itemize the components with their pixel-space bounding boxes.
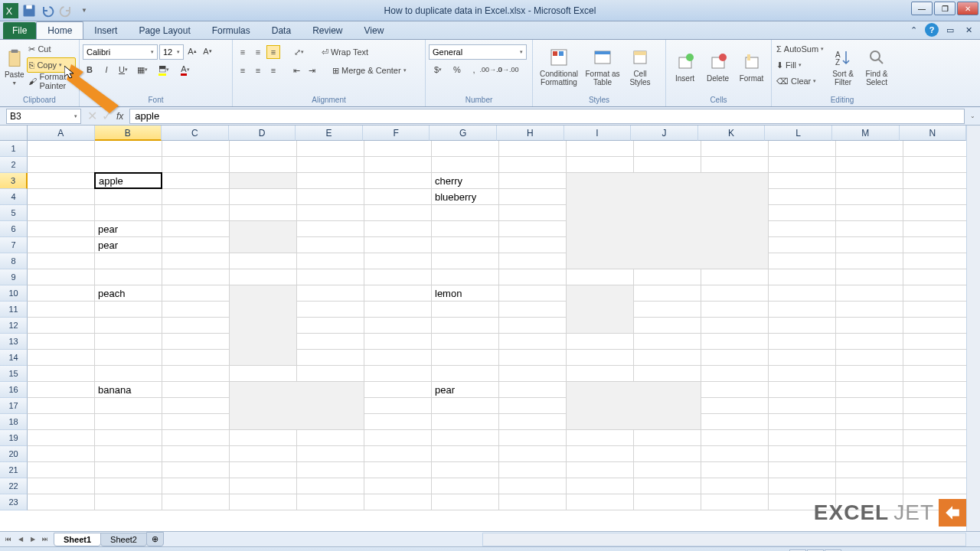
number-format-dropdown[interactable]: General▾ <box>429 44 527 60</box>
cell[interactable] <box>499 446 567 462</box>
increase-indent-button[interactable]: ⇥ <box>305 64 318 77</box>
cell[interactable] <box>95 478 162 494</box>
cell[interactable] <box>364 189 432 205</box>
cell[interactable] <box>903 173 971 189</box>
cell[interactable] <box>634 318 701 334</box>
column-header-D[interactable]: D <box>229 126 296 141</box>
cell[interactable] <box>364 462 432 478</box>
cell[interactable] <box>836 398 903 414</box>
cell[interactable] <box>95 205 162 221</box>
column-header-M[interactable]: M <box>832 126 900 141</box>
cell[interactable] <box>162 141 230 157</box>
cell[interactable] <box>567 430 634 446</box>
cell[interactable] <box>769 221 836 237</box>
cell[interactable] <box>634 446 701 462</box>
cell[interactable] <box>230 430 297 446</box>
cell[interactable] <box>162 414 230 430</box>
sheet-nav-prev[interactable]: ◀ <box>15 534 26 545</box>
cell[interactable] <box>28 269 95 285</box>
cell[interactable] <box>769 430 836 446</box>
cell[interactable] <box>364 173 432 189</box>
align-middle-button[interactable]: ≡ <box>251 45 265 59</box>
cell[interactable] <box>28 141 95 157</box>
column-header-E[interactable]: E <box>296 126 363 141</box>
bold-button[interactable]: B <box>83 63 96 77</box>
cell[interactable] <box>769 382 836 398</box>
cell[interactable] <box>499 350 567 366</box>
cell[interactable] <box>162 157 230 173</box>
undo-icon[interactable] <box>40 3 55 18</box>
cell[interactable] <box>162 398 230 414</box>
horizontal-scrollbar[interactable] <box>482 533 966 546</box>
cell[interactable] <box>903 462 971 478</box>
cell[interactable] <box>769 205 836 221</box>
cell[interactable] <box>28 494 95 510</box>
cell-G3[interactable]: cherry <box>432 173 499 189</box>
cell[interactable] <box>95 189 162 205</box>
format-cells-button[interactable]: Format <box>735 41 768 92</box>
cell[interactable] <box>769 189 836 205</box>
cell[interactable] <box>28 205 95 221</box>
cell[interactable] <box>95 430 162 446</box>
cell[interactable] <box>230 189 297 205</box>
cell[interactable] <box>162 285 230 302</box>
cell[interactable] <box>95 414 162 430</box>
cell[interactable] <box>903 366 971 382</box>
cell[interactable] <box>432 205 499 221</box>
row-header-11[interactable]: 11 <box>0 302 28 318</box>
row-header-15[interactable]: 15 <box>0 366 28 382</box>
cell[interactable] <box>162 221 230 237</box>
minimize-button[interactable]: — <box>911 2 933 15</box>
shaded-range[interactable] <box>567 173 769 269</box>
cell[interactable] <box>364 382 432 398</box>
cell[interactable] <box>836 478 903 494</box>
cell[interactable] <box>836 189 903 205</box>
cell[interactable] <box>769 173 836 189</box>
cell[interactable] <box>364 494 432 510</box>
row-header-18[interactable]: 18 <box>0 414 28 430</box>
cell-G4[interactable]: blueberry <box>432 189 499 205</box>
spreadsheet-grid[interactable]: ABCDEFGHIJKLMN 1234567891011121314151617… <box>0 126 980 531</box>
tab-insert[interactable]: Insert <box>83 22 128 39</box>
cell[interactable] <box>432 302 499 318</box>
cell[interactable] <box>230 253 297 269</box>
cell[interactable] <box>836 237 903 253</box>
qat-dropdown-icon[interactable]: ▼ <box>77 3 92 18</box>
cell[interactable] <box>769 350 836 366</box>
cell[interactable] <box>432 350 499 366</box>
sheet-nav-first[interactable]: ⏮ <box>3 534 14 545</box>
format-painter-button[interactable]: 🖌Format Painter <box>27 73 76 89</box>
row-header-5[interactable]: 5 <box>0 205 28 221</box>
shaded-range[interactable] <box>230 221 297 253</box>
row-header-1[interactable]: 1 <box>0 141 28 157</box>
close-button[interactable]: ✕ <box>957 2 978 15</box>
underline-button[interactable]: U▾ <box>116 63 130 77</box>
column-header-H[interactable]: H <box>497 126 564 141</box>
cell[interactable] <box>701 382 769 398</box>
cell[interactable] <box>769 237 836 253</box>
cell[interactable] <box>836 446 903 462</box>
column-header-J[interactable]: J <box>631 126 698 141</box>
cell[interactable] <box>499 494 567 510</box>
column-header-K[interactable]: K <box>698 126 766 141</box>
cell[interactable] <box>903 269 971 285</box>
cell[interactable] <box>634 302 701 318</box>
cell[interactable] <box>230 478 297 494</box>
shaded-range[interactable] <box>567 382 701 430</box>
cell[interactable] <box>297 141 364 157</box>
copy-button[interactable]: ⎘Copy▾ <box>27 57 76 73</box>
cell[interactable] <box>28 237 95 253</box>
cell[interactable] <box>903 157 971 173</box>
align-center-button[interactable]: ≡ <box>251 64 265 77</box>
cell-B16[interactable]: banana <box>95 382 162 398</box>
cell[interactable] <box>95 157 162 173</box>
cell[interactable] <box>769 334 836 350</box>
cell[interactable] <box>499 462 567 478</box>
cell[interactable] <box>162 334 230 350</box>
cell[interactable] <box>364 253 432 269</box>
cell[interactable] <box>364 398 432 414</box>
cut-button[interactable]: ✂Cut <box>27 41 76 57</box>
cell[interactable] <box>499 141 567 157</box>
tab-data[interactable]: Data <box>261 22 302 39</box>
tab-file[interactable]: File <box>3 22 36 39</box>
